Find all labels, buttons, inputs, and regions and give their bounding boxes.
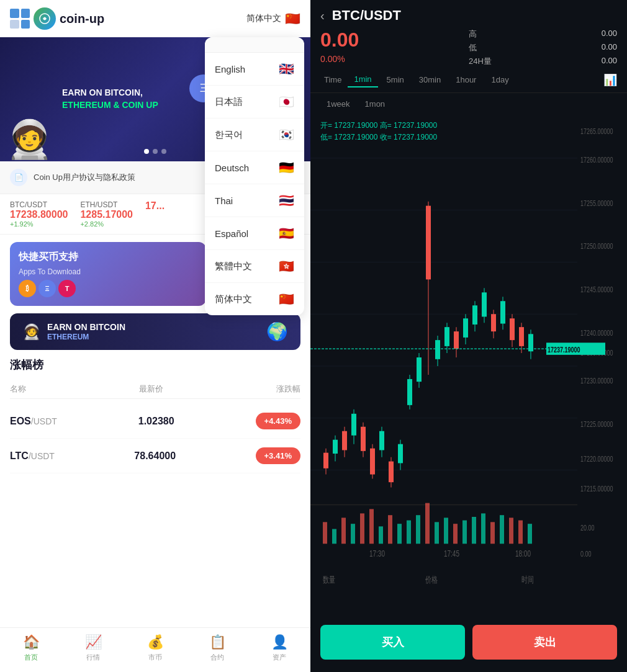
svg-rect-52: [454, 331, 459, 349]
lang-item-flag: 🇬🇧: [279, 61, 294, 76]
grid-icon[interactable]: [10, 9, 30, 29]
btc-mini-coin: ₿: [19, 280, 36, 297]
lang-item[interactable]: Español🇪🇸: [205, 217, 304, 250]
table-header: 名称 最新价 涨跌幅: [10, 380, 300, 399]
header-left: coin-up: [10, 7, 104, 30]
price-stats: 高 0.00 低 0.00 24H量 0.00: [469, 29, 617, 67]
buy-button[interactable]: 买入: [320, 625, 465, 660]
tab-5min[interactable]: 5min: [381, 73, 410, 87]
price-info: 0.00 0.00% 高 0.00 低 0.00 24H量 0.00: [310, 24, 627, 67]
ohlc-open: 开= 17237.19000: [320, 121, 377, 130]
lang-selector[interactable]: 简体中文 🇨🇳: [246, 11, 300, 26]
ohlc-low: 低= 17237.19000: [320, 133, 377, 141]
svg-rect-83: [444, 517, 448, 544]
lang-item-name: Español: [215, 228, 248, 239]
ticker-btc-price: 17238.80000: [10, 209, 68, 220]
svg-rect-30: [351, 414, 356, 436]
svg-text:17240.00000: 17240.00000: [580, 329, 613, 338]
chart-type-icon[interactable]: 📊: [603, 73, 617, 87]
svg-rect-89: [500, 515, 504, 544]
nav-contract[interactable]: 📋 合约: [186, 634, 248, 662]
ticker-btc[interactable]: BTC/USDT 17238.80000 +1.92%: [10, 200, 68, 228]
back-button[interactable]: ‹: [320, 9, 325, 23]
svg-rect-90: [509, 517, 513, 544]
svg-rect-50: [444, 327, 449, 346]
svg-rect-42: [407, 379, 412, 405]
lang-item-flag: 🇪🇸: [279, 226, 294, 241]
nav-market-label: 行情: [86, 653, 100, 662]
lang-item-name: 日本語: [215, 96, 243, 108]
ticker-eth[interactable]: ETH/USDT 1285.17000 +2.82%: [80, 200, 133, 228]
lang-item-flag: 🇯🇵: [279, 94, 294, 109]
nav-home[interactable]: 🏠 首页: [0, 634, 62, 662]
svg-text:17220.00000: 17220.00000: [580, 454, 613, 463]
sell-button[interactable]: 卖出: [472, 625, 617, 660]
lang-item-name: 한국어: [215, 129, 243, 141]
lang-item-flag: 🇭🇰: [279, 259, 294, 274]
tab-30min[interactable]: 30min: [413, 73, 447, 87]
ticker-extra[interactable]: 17...: [145, 200, 165, 228]
svg-text:时间: 时间: [521, 575, 534, 585]
tab-1day[interactable]: 1day: [485, 73, 515, 87]
nav-market[interactable]: 📈 行情: [62, 634, 124, 662]
svg-text:17255.00000: 17255.00000: [580, 199, 613, 207]
tab-1week[interactable]: 1week: [320, 97, 356, 111]
dot-2[interactable]: [153, 149, 158, 154]
lang-item[interactable]: 简体中文🇨🇳: [205, 283, 304, 315]
svg-rect-79: [407, 521, 411, 544]
logo-icon: [34, 7, 56, 30]
lang-item[interactable]: Thai🇹🇭: [205, 184, 304, 217]
tab-1min[interactable]: 1min: [348, 72, 377, 87]
ohlc-info: 开= 17237.19000 高= 17237.19000 低= 17237.1…: [320, 120, 437, 143]
table-row[interactable]: EOS/USDT 1.02380 +4.43%: [10, 404, 300, 439]
svg-rect-62: [500, 301, 505, 323]
row1-change: +4.43%: [256, 413, 300, 429]
left-panel: coin-up 简体中文 🇨🇳 English🇬🇧日本語🇯🇵한국어🇰🇷Deuts…: [0, 0, 310, 672]
time-label: Time: [320, 73, 345, 87]
svg-text:17260.00000: 17260.00000: [580, 155, 613, 164]
svg-rect-82: [435, 522, 439, 544]
svg-rect-87: [481, 513, 485, 544]
svg-rect-91: [518, 521, 523, 544]
svg-rect-46: [426, 206, 431, 280]
ticker-eth-pair: ETH/USDT: [80, 200, 133, 209]
astronaut-icon: 🧑‍🚀: [6, 117, 53, 161]
svg-rect-76: [379, 526, 383, 544]
lang-item-name: Deutsch: [215, 163, 249, 173]
lang-item[interactable]: 한국어🇰🇷: [205, 119, 304, 151]
svg-rect-58: [482, 292, 487, 316]
feature-buy-support[interactable]: 快捷买币支持 Apps To Download ₿ Ξ T: [10, 242, 206, 306]
lang-item[interactable]: 日本語🇯🇵: [205, 86, 304, 119]
vol-val: 0.00: [602, 56, 617, 67]
promo-banner-bottom[interactable]: 🧑‍🚀 EARN ON BITCOIN ETHEREUM 🌍: [10, 313, 300, 350]
svg-rect-34: [370, 449, 375, 475]
promo-astronaut-icon: 🧑‍🚀: [22, 323, 41, 341]
policy-icon: 📄: [10, 169, 27, 186]
lang-item[interactable]: 繁體中文🇭🇰: [205, 250, 304, 283]
dot-3[interactable]: [161, 149, 166, 154]
row1-price: 1.02380: [138, 416, 174, 427]
svg-text:17225.00000: 17225.00000: [580, 419, 613, 428]
svg-rect-84: [453, 524, 458, 544]
dot-1[interactable]: [144, 149, 149, 154]
tab-1mon[interactable]: 1mon: [359, 97, 392, 111]
banner-content: EARN ON BITCOIN, ETHEREUM & COIN UP: [50, 77, 171, 121]
svg-rect-40: [398, 444, 403, 464]
lang-item-flag: 🇨🇳: [279, 292, 294, 307]
svg-rect-75: [369, 509, 374, 544]
lang-item[interactable]: English🇬🇧: [205, 53, 304, 86]
ohlc-close: 收= 17237.19000: [380, 133, 437, 141]
nav-assets[interactable]: 👤 资产: [248, 634, 310, 662]
time-tabs-row2: 1week 1mon: [310, 93, 627, 115]
nav-coins-label: 市币: [148, 653, 162, 662]
lang-current: 简体中文: [246, 13, 281, 24]
ticker-eth-price: 1285.17000: [80, 209, 133, 220]
nav-coins[interactable]: 💰 市币: [124, 634, 186, 662]
svg-rect-66: [519, 327, 524, 346]
price-main: 0.00 0.00%: [320, 29, 469, 64]
lang-flag: 🇨🇳: [285, 11, 300, 26]
table-row[interactable]: LTC/USDT 78.64000 +3.41%: [10, 439, 300, 473]
tab-1hour[interactable]: 1hour: [449, 73, 482, 87]
lang-item[interactable]: Deutsch🇩🇪: [205, 151, 304, 184]
svg-text:20.00: 20.00: [580, 524, 595, 532]
